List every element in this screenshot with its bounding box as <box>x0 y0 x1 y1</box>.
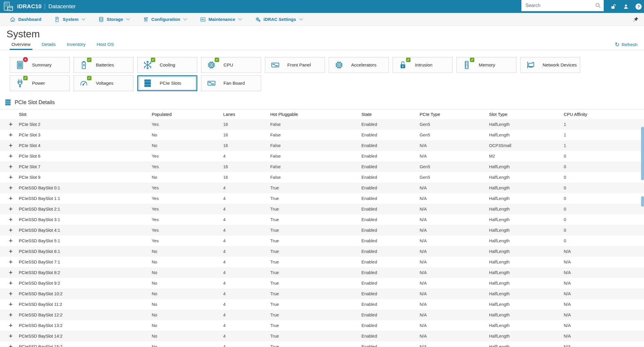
tab-host-os[interactable]: Host OS <box>95 40 116 50</box>
tile-intrusion[interactable]: Intrusion <box>393 57 453 73</box>
nav-item-storage[interactable]: Storage <box>98 16 130 22</box>
tile-icon-wrap <box>15 78 25 88</box>
nav-item-idrac-settings[interactable]: iDRAC Settings <box>255 16 303 22</box>
help-icon[interactable] <box>635 4 642 10</box>
expand-row-button[interactable] <box>9 153 13 159</box>
status-ok-badge <box>151 58 155 62</box>
expand-row-button[interactable] <box>9 227 13 233</box>
expand-row-button[interactable] <box>9 121 13 128</box>
expand-row-button[interactable] <box>9 280 13 286</box>
row-pcie-slot-2: PCIe Slot 2 Yes 16 False Enabled Gen5 Ha… <box>0 119 644 130</box>
tile-batteries[interactable]: Batteries <box>74 57 134 73</box>
row-pcie-slot-3: PCIe Slot 3 No 16 False Enabled Gen5 Hal… <box>0 130 644 140</box>
tile-pcie-slots[interactable]: PCIe Slots <box>137 75 197 91</box>
nav-item-maintenance[interactable]: Maintenance <box>200 16 242 22</box>
cell-slot: PCIeSSD BaySlot 9:2 <box>16 281 149 286</box>
cell-cpu-affinity: 1 <box>561 143 644 148</box>
cell-slot: PCIeSSD BaySlot 15:2 <box>16 344 149 347</box>
tile-cpu[interactable]: CPU <box>201 57 261 73</box>
cell-state: Enabled <box>359 260 417 264</box>
tile-front-panel[interactable]: Front Panel <box>265 57 325 73</box>
cell-cpu-affinity: N/A <box>561 270 644 275</box>
expand-row-button[interactable] <box>9 312 13 318</box>
nav-item-system[interactable]: System <box>54 16 85 22</box>
expand-row-button[interactable] <box>9 132 13 138</box>
search-icon[interactable] <box>595 2 601 9</box>
cell-pcie-type: Gen5 <box>417 175 487 180</box>
expand-row-button[interactable] <box>9 238 13 244</box>
cell-state: Enabled <box>359 323 417 328</box>
scrollbar-thumb-lower[interactable] <box>641 196 644 207</box>
tab-overview[interactable]: Overview <box>10 40 32 50</box>
cell-pcie-type: N/A <box>417 154 487 159</box>
nav-item-label: Maintenance <box>208 17 235 22</box>
cell-populated: No <box>149 133 221 137</box>
refresh-button[interactable]: Refresh <box>615 42 638 50</box>
expand-row-button[interactable] <box>9 248 13 255</box>
tile-summary[interactable]: Summary <box>10 57 70 73</box>
cell-state: Enabled <box>359 249 417 254</box>
cell-slot: PCIeSSD BaySlot 12:2 <box>16 313 149 317</box>
cell-state: Enabled <box>359 334 417 338</box>
tile-cooling[interactable]: Cooling <box>137 57 197 73</box>
cell-state: Enabled <box>359 175 417 180</box>
tab-inventory[interactable]: Inventory <box>65 40 87 50</box>
cell-pcie-type: N/A <box>417 228 487 233</box>
tile-accelerators[interactable]: Accelerators <box>329 57 389 73</box>
user-icon[interactable] <box>623 4 629 10</box>
cell-cpu-affinity: 1 <box>561 133 644 137</box>
cell-state: Enabled <box>359 238 417 243</box>
cell-populated: Yes <box>149 196 221 201</box>
unlock-icon[interactable] <box>610 4 616 10</box>
expand-row-button[interactable] <box>9 343 13 347</box>
row-pciessd-bayslot-2-1: PCIeSSD BaySlot 2:1 Yes 4 True Enabled N… <box>0 204 644 214</box>
tile-power[interactable]: Power <box>10 75 70 91</box>
expand-row-button[interactable] <box>9 333 13 339</box>
tile-label: Summary <box>32 62 51 68</box>
cell-populated: No <box>149 302 221 307</box>
expand-row-button[interactable] <box>9 174 13 181</box>
expand-row-button[interactable] <box>9 142 13 149</box>
expand-row-button[interactable] <box>9 164 13 170</box>
nav-item-dashboard[interactable]: Dashboard <box>10 16 41 22</box>
cell-populated: Yes <box>149 186 221 190</box>
cell-cpu-affinity: N/A <box>561 344 644 347</box>
tile-fan-board[interactable]: Fan Board <box>201 75 261 91</box>
cell-slot: PCIeSSD BaySlot 8:2 <box>16 270 149 275</box>
expand-row-button[interactable] <box>9 195 13 202</box>
cell-slot: PCIeSSD BaySlot 6:1 <box>16 249 149 254</box>
search-input[interactable] <box>521 0 604 11</box>
cell-slot-type: HalfLength <box>487 175 561 180</box>
cell-hot-pluggable: False <box>268 133 359 137</box>
cell-pcie-type: N/A <box>417 313 487 317</box>
cell-slot-type: HalfLength <box>487 207 561 211</box>
expand-row-button[interactable] <box>9 206 13 212</box>
cell-populated: No <box>149 175 221 180</box>
tile-label: CPU <box>223 62 233 68</box>
expand-row-button[interactable] <box>9 269 13 276</box>
tile-network-devices[interactable]: Network Devices <box>520 57 580 73</box>
cell-state: Enabled <box>359 344 417 347</box>
tab-details[interactable]: Details <box>40 40 57 50</box>
column-header-cpu-affinity: CPU Affinity <box>561 112 644 117</box>
nav-item-configuration[interactable]: Configuration <box>143 16 187 22</box>
cell-state: Enabled <box>359 186 417 190</box>
scrollbar-thumb[interactable] <box>641 127 644 180</box>
pcie-slots-icon <box>143 79 152 88</box>
search-box <box>521 0 604 11</box>
tile-voltages[interactable]: Voltages <box>74 75 134 91</box>
pin-icon[interactable] <box>633 16 639 22</box>
brand-separator <box>45 4 45 10</box>
cell-lanes: 16 <box>221 175 268 180</box>
cell-lanes: 4 <box>221 186 268 190</box>
cell-cpu-affinity: 0 <box>561 186 644 190</box>
cell-populated: No <box>149 281 221 286</box>
chevron-down-icon <box>183 18 187 21</box>
expand-row-button[interactable] <box>9 322 13 329</box>
expand-row-button[interactable] <box>9 216 13 223</box>
expand-row-button[interactable] <box>9 301 13 308</box>
expand-row-button[interactable] <box>9 259 13 265</box>
expand-row-button[interactable] <box>9 185 13 191</box>
expand-row-button[interactable] <box>9 291 13 297</box>
tile-memory[interactable]: Memory <box>456 57 516 73</box>
